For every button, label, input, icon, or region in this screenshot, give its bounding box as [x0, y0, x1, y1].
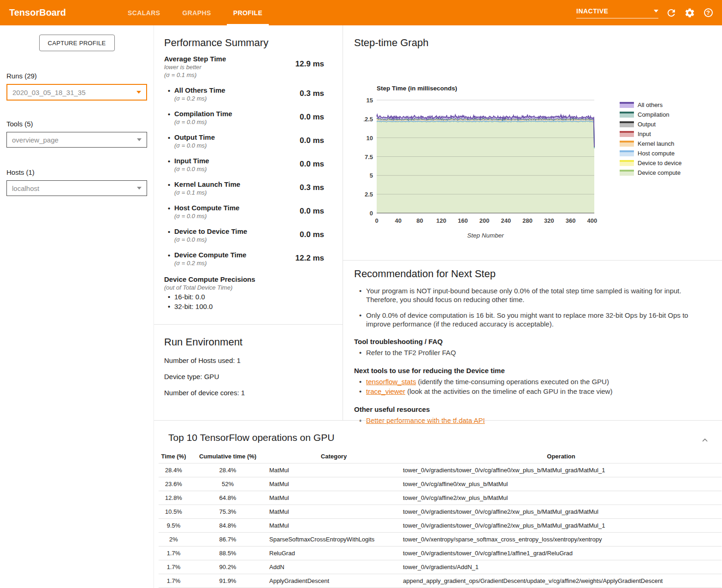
table-cell: MatMul — [267, 477, 401, 491]
help-icon[interactable]: ? — [703, 7, 714, 18]
legend-item[interactable]: All others — [620, 100, 681, 110]
table-cell: 9.5% — [159, 519, 189, 533]
table-cell: 1.7% — [159, 546, 189, 560]
legend-item[interactable]: Output — [620, 119, 681, 129]
legend-swatch — [620, 170, 634, 176]
legend-item[interactable]: Input — [620, 129, 681, 139]
legend-item[interactable]: Device to device — [620, 158, 681, 168]
step-time-chart[interactable]: Step Time (in milliseconds)02.557.51012.… — [364, 83, 604, 242]
performance-summary-title: Performance Summary — [164, 37, 332, 49]
table-cell: 64.8% — [189, 491, 267, 505]
chevron-down-icon — [137, 138, 142, 141]
recommendation-title: Recommendation for Next Step — [354, 268, 704, 280]
table-cell: 1.7% — [159, 574, 189, 588]
table-row[interactable]: 2%86.7%SparseSoftmaxCrossEntropyWithLogi… — [159, 533, 722, 546]
table-row[interactable]: 23.6%52%MatMultower_0/v/cg/affine0/xw_pl… — [159, 477, 722, 491]
svg-text:10: 10 — [367, 135, 373, 142]
metric-value: 0.3 ms — [300, 89, 324, 98]
precision-item: 16-bit: 0.0 — [174, 293, 332, 301]
metric-value: 0.0 ms — [300, 160, 324, 169]
table-row[interactable]: 1.7%91.9%ApplyGradientDescentappend_appl… — [159, 574, 722, 588]
svg-text:5: 5 — [370, 172, 373, 179]
faq-item: Refer to the TF2 Profiler FAQ — [366, 348, 704, 357]
main-tabs: SCALARS GRAPHS PROFILE — [117, 0, 273, 25]
svg-text:0: 0 — [370, 210, 373, 217]
bullet-icon: • — [168, 157, 170, 165]
step-time-graph-section: Step-time Graph Step Time (in millisecon… — [343, 37, 722, 261]
faq-list: Refer to the TF2 Profiler FAQ — [343, 348, 704, 357]
table-cell: 28.4% — [189, 463, 267, 477]
next-tools-heading: Next tools to use for reducing the Devic… — [354, 367, 704, 374]
top-ops-table: Time (%)Cumulative time (%)CategoryOpera… — [159, 451, 722, 588]
hosts-select[interactable]: localhost — [6, 180, 147, 196]
recommendation-bullet: Your program is NOT input-bound because … — [366, 286, 704, 304]
run-environment-lines: Number of Hosts used: 1Device type: GPUN… — [164, 356, 332, 397]
legend-item[interactable]: Host compute — [620, 148, 681, 158]
table-cell: 84.8% — [189, 519, 267, 533]
table-cell: 12.8% — [159, 491, 189, 505]
svg-text:400: 400 — [587, 217, 597, 224]
table-row[interactable]: 12.8%64.8%MatMultower_0/v/cg/affine2/xw_… — [159, 491, 722, 505]
chevron-down-icon — [136, 91, 141, 94]
metric-value: 0.0 ms — [300, 207, 324, 216]
table-row[interactable]: 1.7%90.2%AddNtower_0/v/gradients/AddN_1 — [159, 560, 722, 574]
svg-text:80: 80 — [416, 217, 423, 224]
next-tool-item-link[interactable]: tensorflow_stats — [366, 378, 416, 386]
legend-item[interactable]: Device compute — [620, 168, 681, 178]
table-cell: 2% — [159, 533, 189, 546]
table-row[interactable]: 28.4%28.4%MatMultower_0/v/gradients/towe… — [159, 463, 722, 477]
table-row[interactable]: 9.5%84.8%MatMultower_0/v/gradients/tower… — [159, 519, 722, 533]
table-header-row: Time (%)Cumulative time (%)CategoryOpera… — [159, 451, 722, 463]
next-tool-item-link[interactable]: trace_viewer — [366, 387, 405, 395]
precisions-list: 16-bit: 0.032-bit: 100.0 — [164, 293, 332, 310]
run-environment-line: Device type: GPU — [164, 373, 332, 380]
bullet-icon: • — [168, 134, 170, 142]
legend-swatch — [620, 112, 634, 118]
table-cell: 10.5% — [159, 505, 189, 519]
tab-profile[interactable]: PROFILE — [222, 0, 273, 25]
metric-row: •Compilation Time(σ = 0.0 ms)0.0 ms — [164, 110, 332, 125]
column-header: Category — [267, 451, 401, 463]
legend-swatch — [620, 160, 634, 166]
metric-value: 0.0 ms — [300, 113, 324, 122]
run-environment-title: Run Environment — [164, 336, 332, 348]
chart-legend: All othersCompilationOutputInputKernel l… — [620, 100, 681, 178]
refresh-icon[interactable] — [666, 7, 677, 18]
svg-text:160: 160 — [458, 217, 468, 224]
divider — [154, 324, 343, 325]
status-dropdown[interactable]: INACTIVE — [576, 7, 658, 18]
table-cell: SparseSoftmaxCrossEntropyWithLogits — [267, 533, 401, 546]
table-cell: 88.5% — [189, 546, 267, 560]
gear-icon[interactable] — [684, 7, 695, 18]
table-cell: MatMul — [267, 519, 401, 533]
table-cell: 90.2% — [189, 560, 267, 574]
table-cell: ReluGrad — [267, 546, 401, 560]
table-row[interactable]: 1.7%88.5%ReluGradtower_0/v/gradients/tow… — [159, 546, 722, 560]
legend-item[interactable]: Compilation — [620, 110, 681, 119]
column-header: Time (%) — [159, 451, 189, 463]
tab-graphs[interactable]: GRAPHS — [171, 0, 222, 25]
run-environment-line: Number of Hosts used: 1 — [164, 356, 332, 364]
runs-select[interactable]: 2020_03_05_18_31_35 — [6, 84, 147, 101]
table-cell: AddN — [267, 560, 401, 574]
collapse-icon[interactable] — [701, 437, 709, 445]
legend-item[interactable]: Kernel launch — [620, 139, 681, 148]
svg-text:15: 15 — [367, 97, 373, 104]
step-time-graph-title: Step-time Graph — [354, 37, 722, 49]
capture-profile-button[interactable]: CAPTURE PROFILE — [39, 35, 115, 51]
next-tool-item: trace_viewer (look at the activities on … — [366, 386, 704, 396]
runs-label: Runs (29) — [6, 72, 147, 80]
table-row[interactable]: 10.5%75.3%MatMultower_0/v/gradients/towe… — [159, 505, 722, 519]
metric-row: •Host Compute Time(σ = 0.0 ms)0.0 ms — [164, 204, 332, 220]
tools-select[interactable]: overview_page — [6, 132, 147, 148]
table-cell: ApplyGradientDescent — [267, 574, 401, 588]
legend-label: Output — [638, 121, 656, 128]
legend-swatch — [620, 102, 634, 108]
next-tool-item-text: (identify the time-consuming operations … — [416, 378, 609, 386]
metric-row: •Kernel Launch Time(σ = 0.1 ms)0.3 ms — [164, 180, 332, 196]
metric-value: 0.0 ms — [300, 230, 324, 239]
bullet-icon: • — [168, 228, 170, 236]
tab-scalars[interactable]: SCALARS — [117, 0, 171, 25]
status-value: INACTIVE — [576, 7, 608, 15]
legend-swatch — [620, 121, 634, 127]
